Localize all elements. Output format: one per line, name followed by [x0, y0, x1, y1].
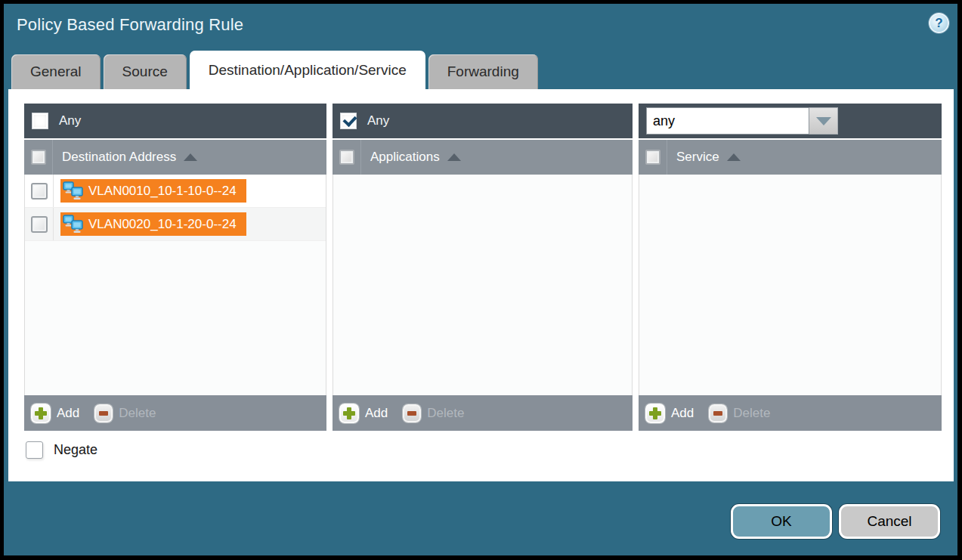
network-computers-icon	[63, 181, 83, 200]
negate-checkbox[interactable]	[26, 441, 43, 459]
destination-any-bar: Any	[24, 104, 326, 138]
service-toolbar: Add Delete	[639, 395, 942, 431]
destination-select-all-checkbox[interactable]	[31, 150, 46, 165]
sort-ascending-icon[interactable]	[184, 153, 197, 161]
delete-button[interactable]: Delete	[79, 404, 156, 422]
add-button[interactable]: Add	[645, 404, 694, 423]
delete-button[interactable]: Delete	[694, 404, 770, 422]
add-icon	[339, 404, 359, 423]
row-checkbox[interactable]	[31, 183, 48, 200]
list-item[interactable]: VLAN0010_10-1-10-0--24	[25, 175, 326, 208]
destination-column-label[interactable]: Destination Address	[62, 150, 176, 165]
service-panel: any Service	[639, 104, 942, 431]
sort-ascending-icon[interactable]	[447, 153, 461, 161]
destination-any-checkbox[interactable]	[32, 113, 48, 129]
chevron-down-icon	[816, 117, 831, 125]
applications-toolbar: Add Delete	[333, 395, 633, 431]
delete-icon	[94, 404, 113, 422]
list-item[interactable]: VLAN0020_10-1-20-0--24	[25, 208, 326, 241]
applications-any-checkbox[interactable]	[340, 113, 357, 129]
service-select-all-checkbox[interactable]	[645, 150, 660, 165]
add-icon	[31, 404, 51, 423]
address-object-chip[interactable]: VLAN0020_10-1-20-0--24	[60, 212, 246, 236]
destination-any-label: Any	[59, 113, 81, 128]
dialog-background: Policy Based Forwarding Rule ? General S…	[4, 4, 957, 555]
applications-any-label: Any	[367, 113, 389, 128]
destination-address-panel: Any Destination Address	[24, 104, 326, 431]
address-object-chip[interactable]: VLAN0010_10-1-10-0--24	[60, 179, 246, 203]
service-column-label[interactable]: Service	[676, 150, 719, 165]
applications-select-all-checkbox[interactable]	[339, 150, 354, 165]
service-dropdown-bar: any	[639, 104, 942, 138]
cancel-button[interactable]: Cancel	[839, 504, 940, 539]
destination-column-header: Destination Address	[24, 138, 326, 175]
ok-button[interactable]: OK	[731, 504, 832, 539]
applications-column-header: Applications	[333, 138, 633, 175]
destination-list: VLAN0010_10-1-10-0--24	[24, 175, 326, 395]
tab-source[interactable]: Source	[104, 54, 187, 89]
applications-list	[333, 175, 633, 395]
add-button[interactable]: Add	[339, 404, 388, 423]
delete-button[interactable]: Delete	[388, 404, 464, 422]
negate-option: Negate	[26, 441, 97, 459]
tab-content: Any Destination Address	[8, 89, 954, 481]
service-column-header: Service	[639, 138, 942, 175]
delete-icon	[709, 404, 727, 422]
sort-ascending-icon[interactable]	[727, 153, 741, 161]
add-icon	[645, 404, 665, 423]
network-computers-icon	[63, 215, 83, 234]
tab-general[interactable]: General	[11, 54, 101, 89]
tab-bar: General Source Destination/Application/S…	[11, 51, 538, 89]
dialog-title: Policy Based Forwarding Rule	[17, 15, 243, 35]
service-dropdown[interactable]: any	[646, 107, 838, 135]
address-object-name: VLAN0020_10-1-20-0--24	[88, 217, 237, 232]
applications-panel: Any Applications Add	[333, 104, 633, 431]
help-icon[interactable]: ?	[929, 13, 949, 33]
row-checkbox[interactable]	[31, 216, 48, 233]
tab-forwarding[interactable]: Forwarding	[428, 54, 538, 89]
address-object-name: VLAN0010_10-1-10-0--24	[88, 184, 237, 199]
negate-label: Negate	[54, 442, 97, 458]
service-list	[639, 175, 942, 395]
delete-icon	[403, 404, 421, 422]
service-dropdown-value[interactable]: any	[646, 107, 809, 135]
tab-destination-application-service[interactable]: Destination/Application/Service	[190, 51, 425, 89]
service-dropdown-button[interactable]	[809, 107, 838, 135]
applications-column-label[interactable]: Applications	[370, 150, 440, 165]
applications-any-bar: Any	[333, 104, 633, 138]
dialog-window: Policy Based Forwarding Rule ? General S…	[0, 0, 962, 560]
add-button[interactable]: Add	[31, 404, 79, 423]
destination-toolbar: Add Delete	[24, 395, 326, 431]
